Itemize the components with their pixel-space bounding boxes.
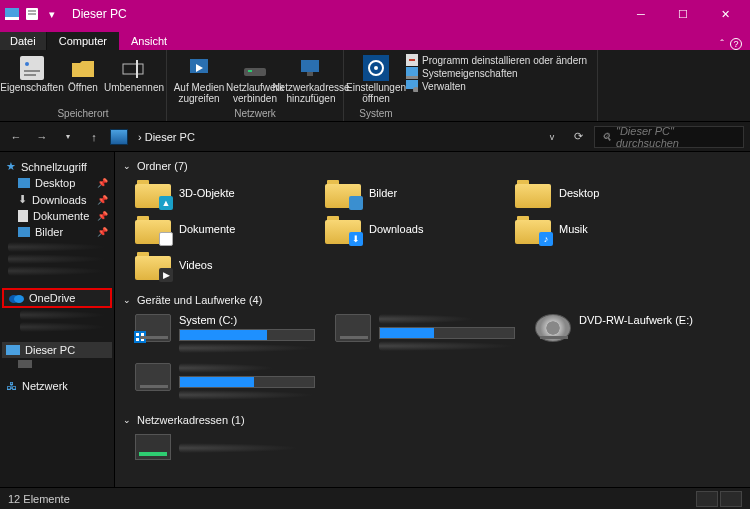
window-title: Dieser PC xyxy=(72,7,127,21)
folder-desktop[interactable]: Desktop xyxy=(515,178,685,208)
close-button[interactable]: ✕ xyxy=(704,0,746,28)
qat-dropdown-icon[interactable]: ▾ xyxy=(44,6,60,22)
section-header-drives[interactable]: ⌄Geräte und Laufwerke (4) xyxy=(123,290,742,310)
svg-rect-16 xyxy=(301,60,319,72)
folder-videos[interactable]: ▶Videos xyxy=(135,250,305,280)
section-header-folders[interactable]: ⌄Ordner (7) xyxy=(123,156,742,176)
onedrive-icon xyxy=(8,293,24,303)
rename-button[interactable]: Umbenennen xyxy=(108,52,160,94)
section-header-netaddr[interactable]: ⌄Netzwerkadressen (1) xyxy=(123,410,742,430)
drive-dvd[interactable]: DVD-RW-Laufwerk (E:) xyxy=(535,314,715,353)
manage-button[interactable]: Verwalten xyxy=(406,80,587,92)
sidebar-item-pictures[interactable]: Bilder📌 xyxy=(2,224,112,240)
pin-icon: 📌 xyxy=(97,195,108,205)
uninstall-program-button[interactable]: Programm deinstallieren oder ändern xyxy=(406,54,587,66)
search-icon: 🔍︎ xyxy=(601,131,612,143)
add-netaddress-button[interactable]: Netzwerkadresse hinzufügen xyxy=(285,52,337,104)
drive-2[interactable] xyxy=(335,314,515,353)
svg-rect-22 xyxy=(409,59,415,61)
drive-icon xyxy=(18,360,32,368)
refresh-button[interactable]: ⟳ xyxy=(568,127,588,147)
svg-rect-11 xyxy=(136,60,138,78)
forward-button[interactable]: → xyxy=(32,127,52,147)
media-access-button[interactable]: Auf Medien zugreifen xyxy=(173,52,225,104)
pin-icon: 📌 xyxy=(97,211,108,221)
tab-file[interactable]: Datei xyxy=(0,32,47,50)
svg-point-20 xyxy=(374,66,378,70)
folder-music[interactable]: ♪Musik xyxy=(515,214,685,244)
svg-point-28 xyxy=(14,295,24,303)
ribbon: Eigenschaften Öffnen Umbenennen Speicher… xyxy=(0,50,750,122)
folder-documents[interactable]: Dokumente xyxy=(135,214,305,244)
dvd-drive-icon xyxy=(535,314,571,342)
sidebar-item-downloads[interactable]: ⬇Downloads📌 xyxy=(2,191,112,208)
folder-icon: ⬇ xyxy=(325,214,361,244)
pictures-icon xyxy=(18,227,30,237)
breadcrumb[interactable]: › Dieser PC xyxy=(138,131,195,143)
tab-view[interactable]: Ansicht xyxy=(119,32,179,50)
sidebar-item-onedrive[interactable]: OneDrive xyxy=(2,288,112,308)
svg-rect-0 xyxy=(5,8,19,17)
qat-properties-icon[interactable] xyxy=(24,6,40,22)
search-input[interactable]: 🔍︎ "Dieser PC" durchsuchen xyxy=(594,126,744,148)
add-netaddress-icon xyxy=(297,54,325,82)
item-count: 12 Elemente xyxy=(8,493,70,505)
up-button[interactable]: ↑ xyxy=(84,127,104,147)
group-label-storage: Speicherort xyxy=(57,106,108,121)
svg-rect-29 xyxy=(136,333,139,336)
sidebar-item-drive[interactable] xyxy=(2,358,112,370)
drive-3[interactable] xyxy=(135,363,315,400)
folder-icon xyxy=(135,214,171,244)
tab-computer[interactable]: Computer xyxy=(47,32,119,50)
sidebar-item-quickaccess[interactable]: ★Schnellzugriff xyxy=(2,158,112,175)
folder-pictures[interactable]: Bilder xyxy=(325,178,495,208)
desktop-icon xyxy=(18,178,30,188)
folder-icon: ▶ xyxy=(135,250,171,280)
drive-system-c[interactable]: System (C:) xyxy=(135,314,315,353)
svg-rect-14 xyxy=(244,68,266,76)
redacted-item xyxy=(8,242,106,252)
folder-icon xyxy=(325,178,361,208)
sidebar-item-thispc[interactable]: Dieser PC xyxy=(2,342,112,358)
network-location[interactable] xyxy=(123,430,742,460)
drive-icon xyxy=(135,314,171,342)
back-button[interactable]: ← xyxy=(6,127,26,147)
group-label-system: System xyxy=(359,106,392,121)
maximize-button[interactable]: ☐ xyxy=(662,0,704,28)
help-icon[interactable]: ? xyxy=(730,38,742,50)
pin-icon: 📌 xyxy=(97,227,108,237)
svg-rect-30 xyxy=(141,333,144,336)
ribbon-collapse-icon[interactable]: ˆ xyxy=(720,38,724,50)
svg-point-6 xyxy=(25,62,29,66)
redacted-item xyxy=(20,310,106,320)
properties-button[interactable]: Eigenschaften xyxy=(6,52,58,94)
redacted-text xyxy=(379,341,515,351)
sidebar-item-desktop[interactable]: Desktop📌 xyxy=(2,175,112,191)
open-settings-button[interactable]: Einstellungen öffnen xyxy=(350,52,402,104)
open-icon xyxy=(69,54,97,82)
folder-icon xyxy=(515,178,551,208)
redacted-text xyxy=(179,443,299,453)
system-properties-button[interactable]: Systemeigenschaften xyxy=(406,67,587,79)
svg-rect-3 xyxy=(28,10,36,12)
quick-access-toolbar: ▾ xyxy=(4,6,60,22)
ribbon-group-storage: Eigenschaften Öffnen Umbenennen Speicher… xyxy=(0,50,167,121)
recent-locations-button[interactable]: ▾ xyxy=(58,127,78,147)
folder-downloads[interactable]: ⬇Downloads xyxy=(325,214,495,244)
details-view-button[interactable] xyxy=(696,491,718,507)
settings-icon xyxy=(362,54,390,82)
folder-3d-objects[interactable]: ▲3D-Objekte xyxy=(135,178,305,208)
sidebar-item-network[interactable]: 🖧Netzwerk xyxy=(2,378,112,394)
svg-rect-17 xyxy=(307,72,313,76)
redacted-text xyxy=(179,390,315,400)
pin-icon: 📌 xyxy=(97,178,108,188)
minimize-button[interactable]: ─ xyxy=(620,0,662,28)
icons-view-button[interactable] xyxy=(720,491,742,507)
open-button[interactable]: Öffnen xyxy=(62,52,104,94)
address-dropdown-icon[interactable]: v xyxy=(542,127,562,147)
svg-rect-8 xyxy=(24,74,36,76)
window-controls: ─ ☐ ✕ xyxy=(620,0,746,28)
sidebar-item-documents[interactable]: Dokumente📌 xyxy=(2,208,112,224)
address-bar: ← → ▾ ↑ › Dieser PC v ⟳ 🔍︎ "Dieser PC" d… xyxy=(0,122,750,152)
group-label-network: Netzwerk xyxy=(234,106,276,121)
